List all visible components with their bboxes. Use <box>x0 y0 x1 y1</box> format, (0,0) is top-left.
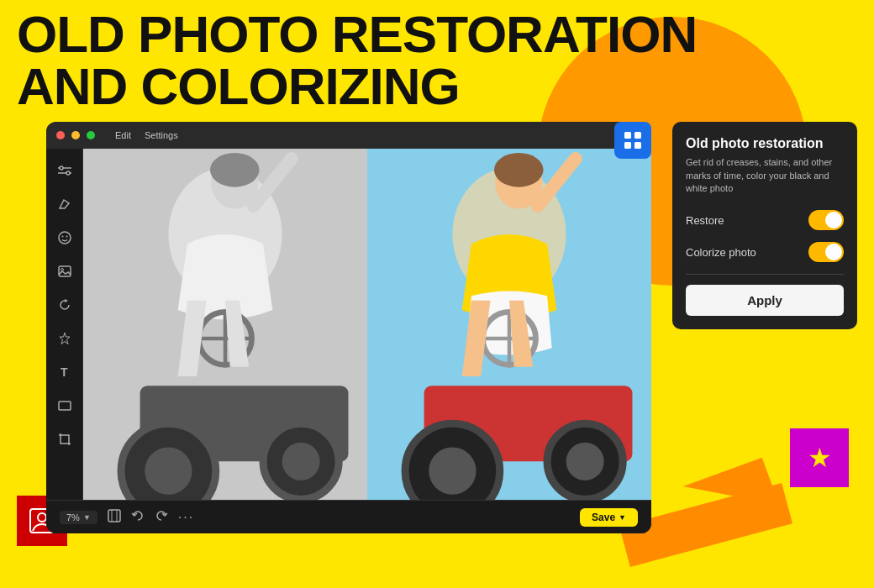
menu-settings[interactable]: Settings <box>145 130 178 140</box>
photo-left-bw <box>83 149 367 500</box>
canvas-area <box>83 149 651 500</box>
panel-trigger-button[interactable] <box>614 122 651 159</box>
svg-point-0 <box>60 166 63 170</box>
svg-point-34 <box>429 447 476 494</box>
title-line1: OLD PHOTO RESTORATION <box>17 8 697 60</box>
restore-toggle[interactable] <box>808 210 844 230</box>
restore-label: Restore <box>686 214 724 227</box>
panel-divider <box>686 274 844 275</box>
svg-rect-46 <box>634 142 641 149</box>
svg-rect-13 <box>59 402 71 410</box>
photo-split <box>83 149 651 500</box>
zoom-display[interactable]: 7% ▼ <box>60 511 97 524</box>
svg-point-21 <box>145 447 192 494</box>
more-icon[interactable]: ··· <box>178 510 194 525</box>
svg-rect-43 <box>624 132 631 139</box>
svg-point-1 <box>66 171 70 175</box>
svg-rect-44 <box>634 132 641 139</box>
svg-marker-11 <box>60 333 70 344</box>
zoom-value: 7% <box>66 512 80 522</box>
svg-rect-9 <box>59 266 71 276</box>
photo-right-color <box>367 149 651 500</box>
panel-icon <box>621 129 645 152</box>
tool-refresh[interactable] <box>53 293 76 317</box>
panel-title: Old photo restoration <box>686 135 844 151</box>
dot-yellow <box>71 131 80 139</box>
zoom-chevron: ▼ <box>83 513 91 522</box>
dot-red <box>56 131 65 139</box>
svg-point-6 <box>59 232 71 244</box>
svg-point-17 <box>210 153 260 187</box>
star-icon: ★ <box>808 442 832 474</box>
save-chevron: ▼ <box>619 513 626 522</box>
apply-button[interactable]: Apply <box>686 285 844 316</box>
editor-window: Edit Settings <box>46 122 651 533</box>
editor-topbar: Edit Settings <box>46 122 651 149</box>
magenta-decoration: ★ <box>790 428 849 487</box>
tool-text[interactable]: T <box>53 360 76 384</box>
tool-adjust[interactable] <box>53 159 76 182</box>
colorize-row: Colorize photo <box>686 242 844 262</box>
panel-description: Get rid of creases, stains, and other ma… <box>686 156 844 195</box>
svg-rect-40 <box>108 510 120 522</box>
tool-frame[interactable] <box>53 394 76 417</box>
undo-icon[interactable] <box>131 509 145 525</box>
tool-magic[interactable] <box>53 327 76 350</box>
svg-point-36 <box>566 443 604 480</box>
svg-rect-45 <box>624 142 631 149</box>
save-button[interactable]: Save ▼ <box>580 508 638 527</box>
tool-image[interactable] <box>53 260 76 283</box>
svg-point-23 <box>282 443 320 480</box>
editor-body: T <box>46 149 651 500</box>
editor-menu: Edit Settings <box>115 130 178 140</box>
bottom-controls: 7% ▼ · <box>60 509 194 525</box>
right-panel: Old photo restoration Get rid of creases… <box>672 122 857 329</box>
redo-icon[interactable] <box>155 509 168 525</box>
tool-face[interactable] <box>53 226 76 249</box>
tool-eraser[interactable] <box>53 192 76 216</box>
svg-text:T: T <box>61 365 68 379</box>
colorize-toggle[interactable] <box>808 242 844 262</box>
restore-row: Restore <box>686 210 844 230</box>
tool-crop[interactable] <box>53 428 76 451</box>
title-line2: AND COLORIZING <box>17 60 697 113</box>
save-label: Save <box>592 512 615 523</box>
left-toolbar: T <box>46 149 83 500</box>
svg-point-48 <box>38 513 46 522</box>
fullscreen-icon[interactable] <box>108 509 121 525</box>
svg-point-7 <box>61 236 63 238</box>
bottom-toolbar: 7% ▼ · <box>46 500 651 533</box>
svg-point-30 <box>494 153 544 187</box>
svg-point-8 <box>66 236 67 238</box>
dot-green <box>87 131 95 139</box>
colorize-label: Colorize photo <box>686 246 756 259</box>
menu-edit[interactable]: Edit <box>115 130 131 140</box>
main-title: OLD PHOTO RESTORATION AND COLORIZING <box>17 8 697 113</box>
svg-point-10 <box>61 269 63 271</box>
